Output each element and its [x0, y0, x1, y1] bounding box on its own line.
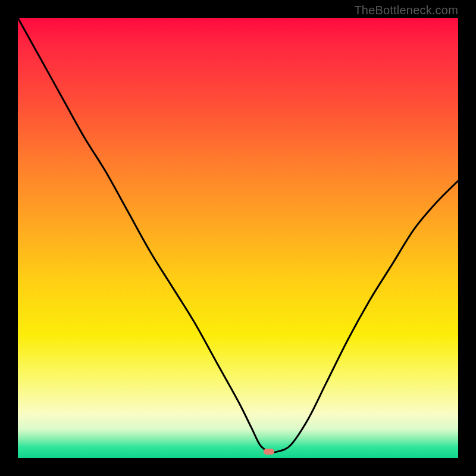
bottleneck-curve	[18, 18, 458, 458]
chart-container: TheBottleneck.com	[0, 0, 476, 476]
watermark-text: TheBottleneck.com	[354, 4, 458, 17]
optimal-marker	[264, 449, 274, 455]
plot-area	[18, 18, 458, 458]
